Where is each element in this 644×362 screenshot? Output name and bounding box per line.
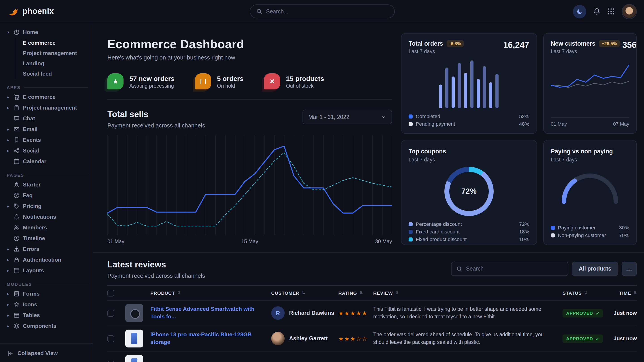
- global-search-input[interactable]: [266, 8, 388, 14]
- reviews-subtitle: Payment received across all channels: [108, 272, 205, 279]
- sidebar-item-ecommerce-app[interactable]: E commerce: [6, 92, 88, 102]
- product-thumbnail: [125, 355, 143, 362]
- row-checkbox[interactable]: [108, 361, 114, 362]
- column-header-status[interactable]: STATUS: [562, 290, 606, 296]
- table-row: iPhone 13 pro max-Pacific Blue-128GB sto…: [108, 326, 637, 352]
- card-title: Paying vs non paying: [551, 148, 613, 155]
- column-header-customer[interactable]: CUSTOMER: [271, 290, 338, 296]
- check-icon: [595, 311, 599, 315]
- bell-icon[interactable]: [593, 7, 600, 15]
- sidebar-subitem-social-feed[interactable]: Social feed: [15, 69, 88, 79]
- column-header-product[interactable]: PRODUCT: [150, 290, 271, 296]
- sidebar-item-errors[interactable]: Errors: [6, 244, 88, 255]
- product-link[interactable]: Fitbit Sense Advanced Smartwatch with To…: [150, 306, 271, 321]
- sidebar-item-components[interactable]: Components: [6, 321, 88, 331]
- product-thumbnail: [125, 304, 143, 322]
- sidebar-item-notifications[interactable]: Notifications: [6, 212, 88, 222]
- sidebar-item-timeline[interactable]: Timeline: [6, 233, 88, 244]
- sidebar-item-forms[interactable]: Forms: [6, 289, 88, 299]
- theme-toggle-button[interactable]: [573, 5, 586, 18]
- column-header-review[interactable]: REVIEW: [373, 290, 562, 296]
- card-title: Top coupons: [408, 148, 446, 155]
- more-options-button[interactable]: ...: [622, 262, 637, 276]
- topbar: phoenix: [0, 0, 644, 23]
- apps-grid-icon[interactable]: [607, 7, 615, 15]
- sidebar-subitem-ecommerce[interactable]: E commerce: [15, 38, 88, 48]
- review-text: The order was delivered ahead of schedul…: [373, 331, 562, 346]
- sidebar-item-layouts[interactable]: Layouts: [6, 265, 88, 276]
- select-all-checkbox[interactable]: [108, 290, 114, 296]
- customer-name: Ashley Garrett: [289, 335, 328, 342]
- donut-center-label: 72%: [462, 187, 476, 196]
- check-icon: [595, 337, 599, 341]
- share-icon: [14, 148, 20, 154]
- collapsed-view-button[interactable]: Collapsed View: [0, 344, 93, 362]
- chevron-right-icon: [6, 258, 10, 262]
- brand-name: phoenix: [22, 7, 54, 16]
- sidebar-item-project-management-app[interactable]: Project management: [6, 102, 88, 113]
- home-submenu: E commerce Project management Landing So…: [15, 38, 88, 79]
- sidebar-item-faq[interactable]: Faq: [6, 190, 88, 201]
- sidebar-section-modules: MODULES: [7, 282, 88, 287]
- sidebar: Home E commerce Project management Landi…: [0, 23, 93, 362]
- all-products-button[interactable]: All products: [572, 262, 618, 276]
- sidebar-item-social[interactable]: Social: [6, 145, 88, 156]
- page-title: Ecommerce Dashboard: [108, 37, 392, 51]
- sidebar-item-home[interactable]: Home: [6, 27, 88, 37]
- orders-bar-chart: [408, 54, 529, 114]
- column-header-time[interactable]: TIME: [606, 290, 637, 296]
- card-period: Last 7 days: [408, 157, 529, 162]
- orders-trend-badge: -6.8%: [447, 40, 464, 47]
- sidebar-item-calendar[interactable]: Calendar: [6, 156, 88, 167]
- customer-cell: Ashley Garrett: [271, 332, 338, 345]
- chevron-right-icon: [6, 292, 10, 296]
- date-range-select[interactable]: Mar 1 - 31, 2022: [302, 110, 392, 124]
- product-thumbnail: [125, 330, 143, 348]
- card-period: Last 7 days: [551, 157, 629, 162]
- reviews-search-input[interactable]: [466, 266, 563, 272]
- sidebar-item-pricing[interactable]: Pricing: [6, 201, 88, 212]
- legend-swatch: [551, 226, 555, 230]
- total-sells-subtitle: Payment received across all channels: [108, 122, 205, 129]
- sidebar-subitem-landing[interactable]: Landing: [15, 58, 88, 69]
- reviews-search[interactable]: [451, 262, 568, 276]
- sidebar-item-starter[interactable]: Starter: [6, 179, 88, 190]
- column-header-rating[interactable]: RATING: [338, 290, 373, 296]
- paying-vs-nonpaying-card: Paying vs non paying Last 7 days Paying …: [543, 140, 637, 245]
- layout-icon: [14, 267, 20, 274]
- bookmark-icon: [14, 137, 20, 143]
- review-text: This Fitbit is fantastic! I was trying t…: [373, 306, 562, 321]
- sidebar-subitem-project-management[interactable]: Project management: [15, 48, 88, 58]
- sidebar-item-icons[interactable]: Icons: [6, 299, 88, 310]
- sidebar-item-authentication[interactable]: Authentication: [6, 255, 88, 265]
- legend-swatch: [408, 114, 413, 118]
- avatar: [271, 332, 285, 345]
- sidebar-item-tables[interactable]: Tables: [6, 310, 88, 321]
- lock-icon: [14, 257, 20, 263]
- sidebar-section-apps: APPS: [7, 85, 88, 90]
- chevron-right-icon: [6, 302, 10, 307]
- sidebar-item-members[interactable]: Members: [6, 222, 88, 233]
- x-axis-label: 30 May: [375, 239, 392, 244]
- sidebar-item-email[interactable]: Email: [6, 124, 88, 135]
- sidebar-item-events[interactable]: Events: [6, 135, 88, 145]
- on-hold-pause-icon: [195, 73, 211, 89]
- global-search[interactable]: [250, 4, 394, 18]
- phoenix-logo-icon: [7, 5, 19, 17]
- product-link[interactable]: iPhone 13 pro max-Pacific Blue-128GB sto…: [150, 331, 271, 346]
- sidebar-item-chat[interactable]: Chat: [6, 113, 88, 124]
- x-axis-label: 07 May: [613, 121, 629, 127]
- user-avatar[interactable]: [622, 4, 637, 19]
- app-logo[interactable]: phoenix: [7, 5, 54, 17]
- chevron-down-icon: [6, 30, 10, 34]
- avatar: R: [271, 306, 285, 320]
- legend-item: Completed52%: [408, 114, 529, 119]
- row-checkbox[interactable]: [108, 335, 114, 342]
- row-checkbox[interactable]: [108, 310, 114, 316]
- star-icon: [14, 301, 20, 308]
- review-time: Just now: [606, 310, 637, 316]
- new-customers-chart: [551, 58, 629, 117]
- users-icon: [14, 225, 20, 231]
- sidebar-section-pages: PAGES: [7, 173, 88, 178]
- legend-swatch: [408, 230, 413, 234]
